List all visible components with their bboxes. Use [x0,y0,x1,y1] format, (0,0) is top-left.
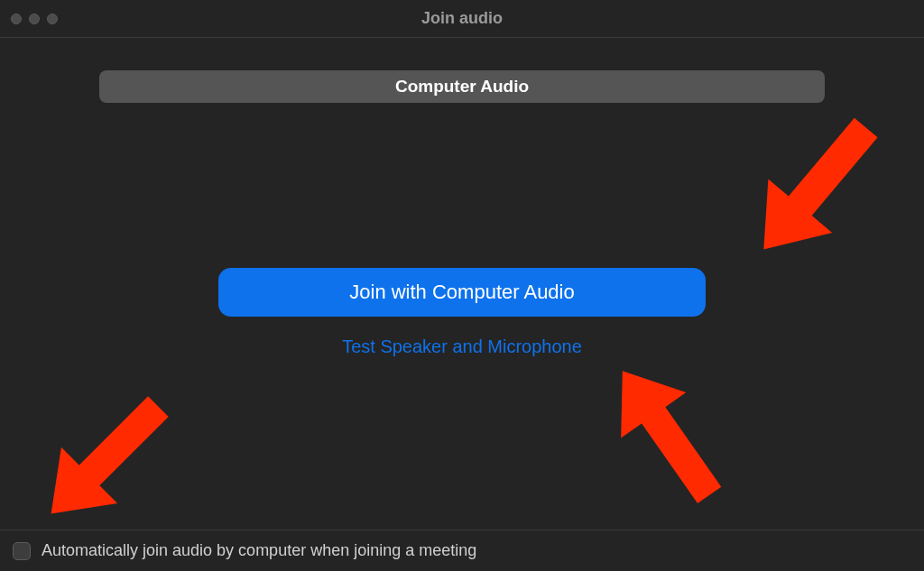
test-speaker-microphone-link[interactable]: Test Speaker and Microphone [342,336,582,357]
button-label: Join with Computer Audio [349,281,574,303]
svg-marker-2 [23,378,186,541]
tab-label: Computer Audio [395,77,529,97]
annotation-arrow-icon [720,94,910,283]
window-title: Join audio [421,9,503,28]
annotation-arrow-icon [14,370,195,550]
maximize-window-icon[interactable] [47,14,58,24]
window-controls [0,14,58,24]
window-titlebar: Join audio [0,0,924,38]
minimize-window-icon[interactable] [29,14,40,24]
close-window-icon[interactable] [11,14,22,24]
join-with-computer-audio-button[interactable]: Join with Computer Audio [218,268,706,317]
svg-marker-1 [590,348,742,518]
link-label: Test Speaker and Microphone [342,336,582,356]
tab-computer-audio[interactable]: Computer Audio [99,70,825,103]
svg-marker-0 [732,101,898,277]
annotation-arrow-icon [576,343,756,523]
